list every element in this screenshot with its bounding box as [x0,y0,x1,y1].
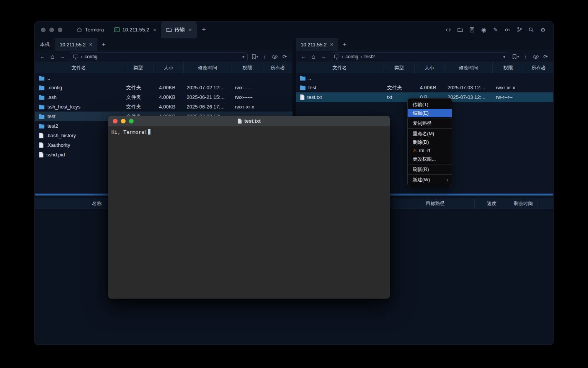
pencil-icon[interactable]: ✎ [492,26,499,33]
menu-item-rm-rf[interactable]: ⚠rm -rf [408,146,452,155]
file-icon [300,94,305,100]
forward-icon[interactable]: → [58,53,67,61]
computer-icon [334,54,340,59]
menu-item-label: 编辑(E) [413,110,429,117]
col-header-owner[interactable]: 所有者 [263,63,292,73]
file-row[interactable]: .config 文件夹 4.00KB 2025-07-02 12:... rwx… [35,83,292,92]
menu-item-refresh[interactable]: 刷新(R) [408,165,452,174]
tab-transfer[interactable]: 传输 × [161,21,197,38]
search-icon[interactable] [528,26,534,33]
pane-tab-label: 10.211.55.2 [301,42,327,48]
code-icon[interactable] [445,26,451,33]
col-header-name[interactable]: 文件名 [35,63,123,73]
maximize-window-button[interactable] [129,119,134,123]
breadcrumb-segment[interactable]: test2 [364,54,375,59]
breadcrumb-segment[interactable]: config [346,54,358,59]
breadcrumb[interactable]: › config › test2 ▾ [331,53,509,61]
file-row[interactable]: .ssh 文件夹 4.00KB 2025-06-21 15:... rwx---… [35,92,292,102]
pane-tab-remote[interactable]: 10.211.55.2 × [296,38,338,51]
col-header-type[interactable]: 类型 [384,63,415,73]
menu-separator [408,128,452,129]
home-icon[interactable]: ⌂ [309,53,318,61]
home-icon[interactable]: ⌂ [48,53,57,61]
close-tab-icon[interactable]: × [189,27,192,33]
col-header-destination[interactable]: 目标路径 [396,199,475,209]
close-tab-icon[interactable]: × [153,27,156,33]
tab-label: 10.211.55.2 [122,27,149,33]
col-header-eta[interactable]: 剩余时间 [509,199,538,209]
menu-separator [408,118,452,118]
col-header-owner[interactable]: 所有者 [524,63,553,73]
col-header-size[interactable]: 大小 [154,63,184,73]
menu-item-rename[interactable]: 重命名(M) [408,130,452,138]
close-window-button[interactable] [41,28,46,32]
menu-item-edit[interactable]: 编辑(E) [408,109,452,117]
back-icon[interactable]: ← [299,53,308,61]
bookmark-icon[interactable]: ▾ [511,53,520,61]
folder-icon[interactable] [457,26,463,33]
menu-item-change-permissions[interactable]: 更改权限... [408,155,452,163]
show-hidden-eye-icon[interactable] [270,53,279,61]
col-header-perm[interactable]: 权限 [232,63,263,73]
close-tab-icon[interactable]: × [89,41,92,48]
editor-content[interactable]: Hi, Termora! [108,127,390,299]
pane-tab-local[interactable]: 本机 [35,38,55,51]
up-directory-icon[interactable]: ↑ [521,53,530,61]
file-size: 4.00KB [154,94,184,100]
col-header-mtime[interactable]: 修改时间 [444,63,493,73]
col-header-perm[interactable]: 权限 [493,63,524,73]
file-row[interactable]: .. [35,73,292,83]
menu-item-label: 更改权限... [413,156,436,163]
folder-icon [39,104,45,110]
file-name: test2 [47,123,58,129]
refresh-icon[interactable]: ⟳ [541,53,550,61]
menu-item-label: 传输(T) [413,102,428,108]
pane-tab-remote[interactable]: 10.211.55.2 × [55,38,97,51]
branch-icon[interactable] [516,26,523,33]
refresh-icon[interactable]: ⟳ [280,53,289,61]
new-tab-button[interactable]: + [197,21,211,38]
chevron-down-icon: ▾ [517,55,519,59]
forward-icon[interactable]: → [319,53,328,61]
menu-item-delete[interactable]: 删除(D) [408,138,452,146]
file-row[interactable]: test 文件夹 4.00KB 2025-07-03 12:... rwxr-x… [296,83,554,92]
menu-item-copy-path[interactable]: 复制路径 [408,119,452,128]
file-type: 文件夹 [123,94,154,101]
chevron-down-icon[interactable]: ▾ [242,54,245,59]
new-pane-tab-button[interactable]: + [97,38,110,51]
menu-item-transfer[interactable]: 传输(T) [408,100,452,109]
key-icon[interactable] [504,26,511,33]
col-header-type[interactable]: 类型 [123,63,154,73]
minimize-window-button[interactable] [121,119,126,123]
maximize-window-button[interactable] [58,28,62,32]
log-list-icon[interactable] [469,26,475,33]
breadcrumb[interactable]: › config ▾ [70,53,248,61]
left-table-header: 文件名 类型 大小 修改时间 权限 所有者 [35,63,292,73]
back-icon[interactable]: ← [38,53,47,61]
col-header-name[interactable]: 文件名 [296,63,384,73]
file-row[interactable]: .. [296,73,554,83]
minimize-window-button[interactable] [49,28,54,32]
tab-termora-home[interactable]: Termora [72,21,109,38]
new-pane-tab-button[interactable]: + [338,38,351,51]
col-header-mtime[interactable]: 修改时间 [184,63,232,73]
show-hidden-eye-icon[interactable] [531,53,540,61]
close-tab-icon[interactable]: × [330,41,333,48]
editor-titlebar[interactable]: test.txt [108,116,390,127]
tab-ssh-session[interactable]: 10.211.55.2 × [109,21,162,38]
up-directory-icon[interactable]: ↑ [260,53,270,61]
close-window-button[interactable] [113,119,118,123]
col-header-speed[interactable]: 速度 [475,199,509,209]
menu-item-new[interactable]: 新建(W)› [408,176,452,184]
breadcrumb-segment[interactable]: config [85,54,97,59]
chevron-down-icon: ▾ [256,55,258,59]
file-row[interactable]: ssh_host_keys 文件夹 4.00KB 2025-06-26 17:.… [35,102,292,112]
tab-label: Termora [85,27,104,33]
chevron-down-icon[interactable]: ▾ [503,54,505,59]
file-mtime: 2025-07-02 12:... [184,85,232,90]
menu-separator [408,164,452,164]
bookmark-icon[interactable]: ▾ [250,53,260,61]
col-header-size[interactable]: 大小 [415,63,444,73]
gear-icon[interactable]: ⚙ [540,26,546,33]
record-icon[interactable]: ◉ [480,26,487,33]
